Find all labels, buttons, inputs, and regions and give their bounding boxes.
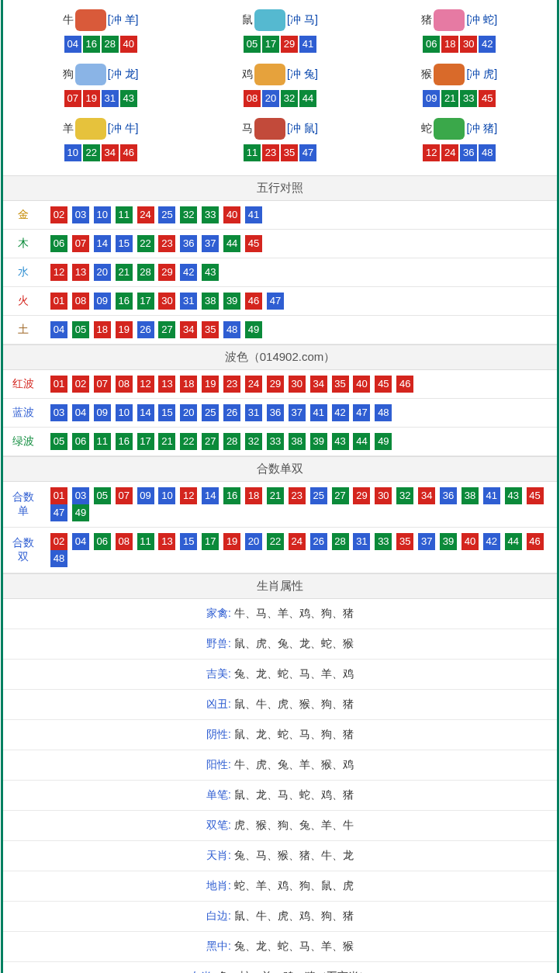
number-24: 24 bbox=[441, 144, 458, 161]
number-37: 37 bbox=[289, 404, 306, 421]
zodiac-name: 狗 bbox=[63, 68, 74, 81]
zodiac-conflict: [冲 马] bbox=[287, 13, 318, 27]
number-05: 05 bbox=[94, 487, 111, 504]
number-14: 14 bbox=[94, 235, 111, 252]
number-43: 43 bbox=[332, 433, 349, 450]
number-02: 02 bbox=[50, 533, 67, 550]
zodiac-cell: 鼠[冲 马]05172941 bbox=[190, 6, 369, 61]
zodiac-numbers: 11233547 bbox=[190, 144, 369, 161]
number-46: 46 bbox=[245, 293, 262, 310]
number-04: 04 bbox=[72, 533, 89, 550]
attr-label: 吉美: bbox=[206, 667, 231, 680]
zodiac-icon bbox=[434, 64, 465, 85]
number-21: 21 bbox=[116, 264, 133, 281]
number-16: 16 bbox=[116, 293, 133, 310]
number-34: 34 bbox=[310, 376, 327, 393]
number-35: 35 bbox=[396, 533, 413, 550]
number-48: 48 bbox=[223, 321, 240, 338]
number-03: 03 bbox=[72, 206, 89, 223]
row-label: 合数双 bbox=[3, 528, 43, 573]
heshushuang-table: 合数单01 03 05 07 09 10 12 14 16 18 21 23 2… bbox=[3, 482, 557, 573]
number-34: 34 bbox=[102, 144, 119, 161]
number-05: 05 bbox=[50, 433, 67, 450]
number-41: 41 bbox=[310, 404, 327, 421]
number-17: 17 bbox=[202, 533, 219, 550]
zodiac-icon bbox=[75, 118, 106, 140]
number-33: 33 bbox=[460, 90, 477, 107]
number-17: 17 bbox=[262, 36, 279, 53]
number-12: 12 bbox=[423, 144, 440, 161]
number-02: 02 bbox=[50, 206, 67, 223]
attr-value: 鼠、牛、虎、鸡、狗、猪 bbox=[234, 909, 354, 922]
attr-value: 鼠、牛、虎、猴、狗、猪 bbox=[234, 698, 354, 710]
zodiac-numbers: 07193143 bbox=[11, 90, 190, 107]
zodiac-conflict: [冲 虎] bbox=[466, 68, 497, 81]
row-label: 金 bbox=[3, 201, 43, 230]
zodiac-icon bbox=[254, 9, 285, 31]
number-31: 31 bbox=[180, 293, 197, 310]
number-44: 44 bbox=[353, 433, 370, 450]
section-title-bose: 波色（014902.com） bbox=[3, 345, 557, 370]
number-20: 20 bbox=[94, 264, 111, 281]
number-41: 41 bbox=[299, 36, 316, 53]
number-31: 31 bbox=[102, 90, 119, 107]
row-label: 水 bbox=[3, 258, 43, 287]
attr-row: 黑中: 兔、龙、蛇、马、羊、猴 bbox=[3, 932, 557, 962]
attr-row: 家禽: 牛、马、羊、鸡、狗、猪 bbox=[3, 599, 557, 629]
wuxing-row: 木06 07 14 15 22 23 36 37 44 45 bbox=[3, 230, 557, 258]
attr-label: 凶丑: bbox=[206, 698, 231, 710]
attrs-list: 家禽: 牛、马、羊、鸡、狗、猪野兽: 鼠、虎、兔、龙、蛇、猴吉美: 兔、龙、蛇、… bbox=[3, 599, 557, 973]
number-07: 07 bbox=[64, 90, 81, 107]
attr-row: 双笔: 虎、猴、狗、兔、羊、牛 bbox=[3, 811, 557, 841]
attr-label: 阳性: bbox=[206, 758, 231, 770]
zodiac-name: 马 bbox=[242, 122, 253, 136]
number-08: 08 bbox=[116, 376, 133, 393]
number-42: 42 bbox=[483, 533, 500, 550]
number-42: 42 bbox=[479, 36, 496, 53]
row-numbers: 06 07 14 15 22 23 36 37 44 45 bbox=[43, 230, 557, 258]
number-29: 29 bbox=[267, 376, 284, 393]
number-32: 32 bbox=[396, 487, 413, 504]
number-09: 09 bbox=[137, 487, 154, 504]
attr-value: 兔、马、猴、猪、牛、龙 bbox=[234, 849, 354, 861]
number-23: 23 bbox=[289, 487, 306, 504]
zodiac-conflict: [冲 兔] bbox=[287, 68, 318, 81]
zodiac-numbers: 06183042 bbox=[370, 36, 549, 53]
number-29: 29 bbox=[281, 36, 298, 53]
number-16: 16 bbox=[223, 487, 240, 504]
heshushuang-row: 合数双02 04 06 08 11 13 15 17 19 20 22 24 2… bbox=[3, 528, 557, 573]
number-08: 08 bbox=[244, 90, 261, 107]
number-21: 21 bbox=[441, 90, 458, 107]
number-29: 29 bbox=[158, 264, 175, 281]
row-label: 绿波 bbox=[3, 428, 43, 456]
number-19: 19 bbox=[223, 533, 240, 550]
number-11: 11 bbox=[244, 144, 261, 161]
number-01: 01 bbox=[50, 293, 67, 310]
number-27: 27 bbox=[202, 433, 219, 450]
number-48: 48 bbox=[479, 144, 496, 161]
zodiac-numbers: 08203244 bbox=[190, 90, 369, 107]
bose-row: 红波01 02 07 08 12 13 18 19 23 24 29 30 34… bbox=[3, 370, 557, 399]
number-11: 11 bbox=[116, 206, 133, 223]
number-05: 05 bbox=[72, 321, 89, 338]
number-44: 44 bbox=[505, 533, 522, 550]
number-37: 37 bbox=[418, 533, 435, 550]
number-36: 36 bbox=[440, 487, 457, 504]
number-13: 13 bbox=[72, 264, 89, 281]
attr-row: 凶丑: 鼠、牛、虎、猴、狗、猪 bbox=[3, 690, 557, 720]
number-13: 13 bbox=[158, 533, 175, 550]
number-28: 28 bbox=[223, 433, 240, 450]
bose-row: 蓝波03 04 09 10 14 15 20 25 26 31 36 37 41… bbox=[3, 399, 557, 428]
zodiac-name: 羊 bbox=[63, 122, 74, 136]
zodiac-name: 鸡 bbox=[242, 68, 253, 81]
zodiac-numbers: 12243648 bbox=[370, 144, 549, 161]
row-numbers: 12 13 20 21 28 29 42 43 bbox=[43, 258, 557, 287]
number-17: 17 bbox=[137, 433, 154, 450]
attr-value: 鼠、龙、马、蛇、鸡、猪 bbox=[234, 788, 354, 801]
zodiac-icon bbox=[75, 64, 106, 85]
number-43: 43 bbox=[120, 90, 137, 107]
zodiac-name: 猪 bbox=[421, 13, 432, 27]
number-19: 19 bbox=[83, 90, 100, 107]
zodiac-conflict: [冲 猪] bbox=[466, 122, 497, 136]
row-numbers: 05 06 11 16 17 21 22 27 28 32 33 38 39 4… bbox=[43, 428, 557, 456]
